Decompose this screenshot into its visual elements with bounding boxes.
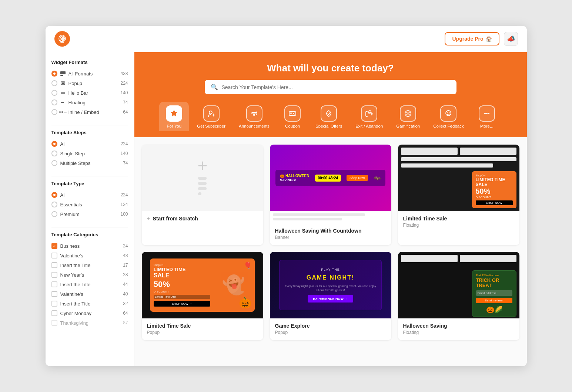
template-card-game[interactable]: PLAY THE GAME NIGHT! Every friday night,… [270,252,391,340]
template-categories-section: Template Categories ✓ Business 24 Valent… [51,232,128,328]
svg-point-12 [407,114,408,115]
radio-hello-bar [51,90,57,96]
steps-all-label: All [60,141,66,147]
checkbox-insert2 [51,281,57,287]
game-template-info: Game Explore Popup [270,318,391,340]
sidebar-item-single-step[interactable]: Single Step 140 [51,149,128,158]
game-preview: PLAY THE GAME NIGHT! Every friday night,… [270,252,391,318]
sidebar-item-category-thanksgiving[interactable]: Thanksgiving 87 [51,318,128,328]
svg-point-17 [449,112,450,113]
special-offers-icon [321,105,337,122]
sidebar-item-type-all[interactable]: All 224 [51,190,128,200]
lts-floating-template-type: Floating [403,223,514,228]
sidebar-item-hello-bar[interactable]: Hello Bar 140 [51,88,128,98]
sidebar-item-category-insert2[interactable]: Insert the Title 44 [51,280,128,289]
sidebar: Widget Formats All Formats 438 [46,52,134,366]
svg-rect-0 [60,71,66,74]
svg-point-16 [447,112,448,113]
sidebar-item-premium[interactable]: Premium 100 [51,209,128,219]
radio-all-formats [51,71,57,77]
halloween-saving-template-info: Halloween Saving Floating [398,318,519,340]
inline-count: 64 [119,109,128,115]
category-tab-more[interactable]: More... [472,102,502,131]
inline-icon [60,109,66,115]
checkbox-valentines [51,253,57,258]
template-card-halloween-saving[interactable]: Flat 15% discount TRICK OR TREAT Email a… [398,252,519,340]
for-you-icon [166,105,182,122]
category-tab-special-offers[interactable]: Special Offers [310,102,347,131]
category-tab-feedback[interactable]: Collect Fedback [428,102,469,131]
checkbox-business: ✓ [51,243,57,249]
app-logo[interactable] [54,31,70,47]
category-tab-gamification[interactable]: Gamification [391,102,425,131]
essentials-count: 124 [119,202,128,207]
announcements-label: Announcements [239,124,270,128]
feedback-label: Collect Fedback [433,124,464,128]
lts-floating-template-name: Limited Time Sale [403,216,514,222]
notification-button[interactable]: 📣 [504,32,518,46]
category-tabs: For You Get Subscriber [159,102,501,131]
checkbox-cyber [51,310,57,316]
essentials-label: Essentials [60,202,82,207]
sidebar-item-category-newyears[interactable]: New Year's 28 [51,270,128,280]
template-card-blank[interactable]: + Start from Scratch [142,145,263,245]
sidebar-item-popup[interactable]: Popup 224 [51,78,128,88]
category-valentines2-label: Valentine's [60,291,83,297]
templates-grid: + Start from Scratch 🎃 HALLOWEEN SAVINGS… [134,137,527,348]
premium-label: Premium [60,212,80,217]
category-insert2-label: Insert the Title [60,282,91,287]
sidebar-item-category-valentines2[interactable]: Valentine's 40 [51,289,128,299]
halloween-saving-template-type: Floating [403,330,514,335]
sidebar-item-category-insert3[interactable]: Insert the Title 32 [51,299,128,308]
sidebar-item-category-insert1[interactable]: Insert the Title 17 [51,260,128,270]
category-tab-for-you[interactable]: For You [159,102,189,131]
coupon-label: Coupon [285,124,300,128]
sidebar-item-category-valentines[interactable]: Valentine's 48 [51,251,128,260]
subscriber-icon [203,105,220,122]
halloween-saving-template-name: Halloween Saving [403,323,514,329]
template-steps-section: Template Steps All 224 Single Step 140 [51,130,128,168]
floating-count: 74 [119,100,128,105]
radio-type-all [51,192,57,198]
sidebar-item-multiple-steps[interactable]: Multiple Steps 74 [51,158,128,168]
category-tab-coupon[interactable]: Coupon [278,102,307,131]
sidebar-item-steps-all[interactable]: All 224 [51,139,128,149]
single-step-label: Single Step [60,151,85,156]
search-input[interactable] [222,84,451,90]
halloween-template-info: Halloween Saving With Countdown Banner [270,223,391,245]
halloween-template-name: Halloween Saving With Countdown [275,228,386,234]
sidebar-item-essentials[interactable]: Essentials 124 [51,200,128,209]
exit-label: Exit / Abandon [355,124,383,128]
category-business-label: Business [60,243,80,249]
sidebar-item-inline[interactable]: Inline / Embed 64 [51,107,128,117]
svg-point-10 [407,112,408,113]
template-card-halloween[interactable]: 🎃 HALLOWEEN SAVINGS! 00:00:48:24 Shop No… [270,145,391,245]
sidebar-item-all-formats[interactable]: All Formats 438 [51,69,128,78]
popup-count: 224 [119,81,128,86]
more-label: More... [480,124,494,128]
category-tab-subscriber[interactable]: Get Subscriber [192,102,231,131]
sidebar-item-floating[interactable]: Floating 74 [51,98,128,107]
gamification-label: Gamification [396,124,420,128]
checkbox-newyears [51,272,57,278]
template-card-lts-floating[interactable]: ShopON LIMITED TIMESALE 50% DISCOUNT SHO… [398,145,519,245]
all-formats-count: 438 [119,71,128,76]
template-card-lts-popup[interactable]: ShopON LIMITED TIMESALE 50% DISCOUNT Lim… [142,252,263,340]
svg-point-20 [488,113,489,114]
blank-template-preview [142,145,263,211]
radio-multiple-steps [51,160,57,166]
sidebar-item-category-business[interactable]: ✓ Business 24 [51,241,128,251]
subscriber-label: Get Subscriber [197,124,225,128]
svg-point-19 [486,113,488,114]
sidebar-item-category-cyber[interactable]: Cyber Monday 64 [51,308,128,318]
radio-single-step [51,151,57,156]
blank-template-name: + Start from Scratch [147,216,258,222]
category-tab-announcements[interactable]: Announcements [234,102,275,131]
category-insert1-label: Insert the Title [60,263,91,268]
announcements-icon [246,105,262,122]
lts-floating-template-info: Limited Time Sale Floating [398,211,519,233]
upgrade-pro-button[interactable]: Upgrade Pro 🏠 [445,32,499,45]
single-step-count: 140 [119,151,128,156]
category-tab-exit[interactable]: Exit / Abandon [350,102,388,131]
checkbox-thanksgiving [51,320,57,326]
